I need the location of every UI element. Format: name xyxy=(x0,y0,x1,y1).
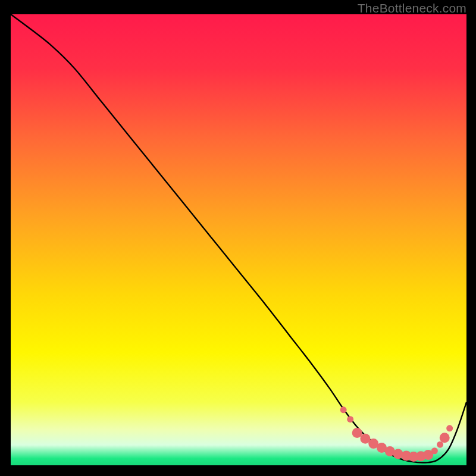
highlight-dots-group xyxy=(340,406,453,462)
chart-overlay xyxy=(11,14,466,465)
highlight-dot xyxy=(440,433,450,443)
bottleneck-curve xyxy=(11,14,466,463)
highlight-dot xyxy=(340,406,347,413)
highlight-dot xyxy=(431,447,438,454)
highlight-dot xyxy=(446,425,453,431)
chart-plot-area xyxy=(11,14,466,465)
highlight-dot xyxy=(352,428,362,438)
highlight-dot xyxy=(347,416,353,422)
watermark-text: TheBottleneck.com xyxy=(358,1,466,15)
